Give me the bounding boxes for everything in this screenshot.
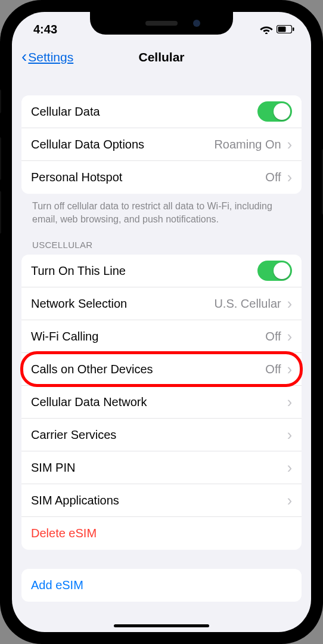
chevron-right-icon: ›: [287, 137, 292, 152]
row-label: SIM Applications: [31, 494, 287, 507]
row-label: SIM PIN: [31, 461, 287, 475]
front-camera: [193, 20, 200, 27]
section-header-carrier: USCELLULAR: [21, 225, 302, 255]
chevron-right-icon: ›: [287, 428, 292, 442]
row-label: Personal Hotspot: [31, 171, 265, 184]
row-add-esim[interactable]: Add eSIM: [21, 569, 302, 602]
row-calls-other-devices[interactable]: Calls on Other Devices Off ›: [21, 353, 302, 386]
settings-group-carrier: Turn On This Line Network Selection U.S.…: [21, 255, 302, 550]
volume-up: [0, 137, 1, 180]
back-label: Settings: [28, 50, 73, 64]
row-value: Roaming On: [214, 138, 281, 151]
row-sim-pin[interactable]: SIM PIN ›: [21, 451, 302, 484]
notch: [90, 12, 233, 35]
row-label: Calls on Other Devices: [31, 363, 265, 376]
row-value: Off: [265, 363, 281, 376]
svg-rect-2: [293, 27, 294, 31]
screen: 4:43 ‹ Settings Cellular: [12, 12, 311, 632]
settings-group-add-esim: Add eSIM: [21, 569, 302, 602]
chevron-right-icon: ›: [287, 296, 292, 311]
chevron-right-icon: ›: [287, 362, 292, 377]
wifi-icon: [260, 24, 273, 34]
chevron-right-icon: ›: [287, 460, 292, 475]
row-sim-applications[interactable]: SIM Applications ›: [21, 484, 302, 517]
row-cellular-data-network[interactable]: Cellular Data Network ›: [21, 386, 302, 419]
row-label: Delete eSIM: [31, 527, 292, 540]
row-wifi-calling[interactable]: Wi-Fi Calling Off ›: [21, 320, 302, 353]
svg-rect-1: [278, 27, 286, 32]
row-label: Cellular Data Options: [31, 138, 214, 151]
chevron-right-icon: ›: [287, 493, 292, 508]
phone-frame: 4:43 ‹ Settings Cellular: [0, 0, 323, 644]
row-personal-hotspot[interactable]: Personal Hotspot Off ›: [21, 161, 302, 194]
toggle-switch[interactable]: [257, 261, 292, 281]
content: Cellular Data Cellular Data Options Roam…: [12, 73, 311, 632]
chevron-right-icon: ›: [287, 170, 292, 185]
group-footer: Turn off cellular data to restrict all d…: [21, 194, 302, 225]
back-button[interactable]: ‹ Settings: [21, 49, 73, 65]
home-indicator[interactable]: [114, 624, 209, 627]
chevron-right-icon: ›: [287, 395, 292, 410]
chevron-left-icon: ‹: [21, 48, 27, 65]
toggle-switch[interactable]: [257, 101, 292, 122]
row-value: Off: [265, 330, 281, 343]
battery-icon: [277, 25, 294, 33]
row-value: Off: [265, 171, 281, 184]
speaker: [145, 21, 178, 26]
row-label: Wi-Fi Calling: [31, 330, 265, 343]
row-turn-on-line[interactable]: Turn On This Line: [21, 255, 302, 287]
page-title: Cellular: [138, 50, 184, 64]
nav-header: ‹ Settings Cellular: [12, 42, 311, 73]
row-cellular-data-options[interactable]: Cellular Data Options Roaming On ›: [21, 128, 302, 161]
row-label: Cellular Data: [31, 105, 257, 119]
row-delete-esim[interactable]: Delete eSIM: [21, 517, 302, 550]
row-value: U.S. Cellular: [214, 297, 281, 311]
chevron-right-icon: ›: [287, 329, 292, 344]
row-label: Turn On This Line: [31, 264, 257, 278]
row-network-selection[interactable]: Network Selection U.S. Cellular ›: [21, 287, 302, 320]
row-cellular-data[interactable]: Cellular Data: [21, 95, 302, 128]
row-label: Carrier Services: [31, 428, 287, 442]
row-label: Network Selection: [31, 297, 214, 311]
row-label: Cellular Data Network: [31, 395, 287, 409]
settings-group-cellular: Cellular Data Cellular Data Options Roam…: [21, 95, 302, 194]
row-carrier-services[interactable]: Carrier Services ›: [21, 419, 302, 451]
status-right: [260, 24, 294, 34]
row-label: Add eSIM: [31, 578, 292, 592]
mute-switch: [0, 89, 1, 113]
volume-down: [0, 191, 1, 234]
status-time: 4:43: [33, 23, 57, 36]
